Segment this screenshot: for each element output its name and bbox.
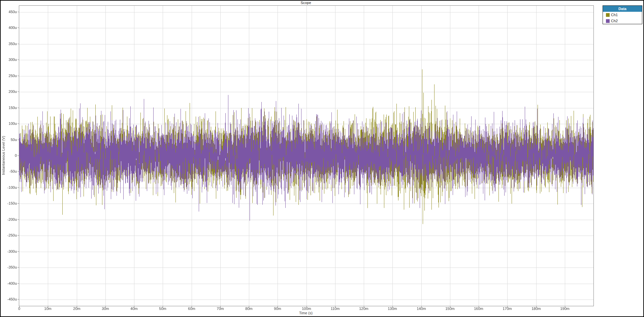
legend-swatch-ch2 bbox=[606, 19, 610, 23]
y-tick-label: 150u bbox=[1, 106, 17, 110]
y-tick-label: -450u bbox=[1, 297, 17, 301]
x-tick-label: 190m bbox=[555, 307, 575, 311]
y-tick-label: 100u bbox=[1, 121, 17, 126]
y-tick-label: 400u bbox=[1, 26, 17, 30]
legend-row-ch1[interactable]: Ch1 bbox=[603, 12, 642, 18]
x-tick-label: 160m bbox=[469, 307, 489, 311]
x-tick-label: 60m bbox=[182, 307, 202, 311]
tick-mark bbox=[18, 251, 19, 252]
tick-mark bbox=[18, 203, 19, 204]
legend-header[interactable]: Data bbox=[603, 6, 642, 12]
y-tick-label: 300u bbox=[1, 58, 17, 62]
x-tick-label: 50m bbox=[153, 307, 173, 311]
tick-mark bbox=[18, 124, 19, 124]
x-tick-label: 40m bbox=[124, 307, 144, 311]
tick-mark bbox=[18, 28, 19, 28]
y-tick-label: -350u bbox=[1, 265, 17, 269]
x-tick-label: 120m bbox=[354, 307, 374, 311]
tick-mark bbox=[18, 140, 19, 140]
x-tick-label: 130m bbox=[382, 307, 402, 311]
x-tick-label: 140m bbox=[411, 307, 431, 311]
x-tick-label: 80m bbox=[239, 307, 259, 311]
x-tick-label: 110m bbox=[325, 307, 345, 311]
y-tick-label: -150u bbox=[1, 201, 17, 205]
legend-label: Ch1 bbox=[611, 13, 618, 17]
x-tick-label: 0 bbox=[9, 307, 29, 311]
y-tick-label: -400u bbox=[1, 281, 17, 285]
y-tick-label: -250u bbox=[1, 233, 17, 237]
y-tick-label: 450u bbox=[1, 10, 17, 14]
waveform-canvas[interactable] bbox=[19, 6, 593, 306]
y-axis-label: Instantaneous Level (V) bbox=[1, 136, 5, 175]
chart-title: Scope bbox=[238, 1, 373, 5]
x-tick-label: 70m bbox=[210, 307, 230, 311]
x-tick-label: 90m bbox=[267, 307, 288, 311]
tick-mark bbox=[18, 267, 19, 268]
y-tick-label: -100u bbox=[1, 185, 17, 189]
x-tick-label: 150m bbox=[440, 307, 460, 311]
tick-mark bbox=[18, 76, 19, 76]
tick-mark bbox=[18, 12, 19, 12]
y-tick-label: -200u bbox=[1, 217, 17, 221]
tick-mark bbox=[18, 283, 19, 284]
tick-mark bbox=[18, 60, 19, 60]
x-tick-label: 30m bbox=[95, 307, 116, 311]
tick-mark bbox=[18, 44, 19, 44]
x-tick-label: 180m bbox=[526, 307, 546, 311]
x-tick-label: 20m bbox=[67, 307, 87, 311]
x-tick-label: 170m bbox=[497, 307, 517, 311]
tick-mark bbox=[18, 235, 19, 236]
tick-mark bbox=[18, 187, 19, 188]
tick-mark bbox=[18, 92, 19, 92]
tick-mark bbox=[18, 299, 19, 300]
tick-mark bbox=[18, 155, 19, 156]
y-tick-label: 200u bbox=[1, 90, 17, 94]
y-tick-label: 350u bbox=[1, 42, 17, 46]
legend-label: Ch2 bbox=[611, 19, 618, 23]
tick-mark bbox=[18, 219, 19, 220]
y-tick-label: -300u bbox=[1, 249, 17, 253]
scope-window: Scope 450u400u350u300u250u200u150u100u50… bbox=[0, 0, 644, 317]
legend-row-ch2[interactable]: Ch2 bbox=[603, 18, 642, 24]
tick-mark bbox=[18, 108, 19, 108]
y-tick-label: 250u bbox=[1, 74, 17, 78]
tick-mark bbox=[18, 171, 19, 172]
x-tick-label: 100m bbox=[296, 307, 317, 311]
x-axis-label: Time (s) bbox=[272, 311, 340, 315]
legend-swatch-ch1 bbox=[606, 13, 610, 17]
x-tick-label: 10m bbox=[38, 307, 58, 311]
plot-area[interactable] bbox=[19, 5, 594, 306]
legend[interactable]: Data Ch1Ch2 bbox=[603, 5, 642, 24]
legend-rows: Ch1Ch2 bbox=[603, 12, 642, 24]
